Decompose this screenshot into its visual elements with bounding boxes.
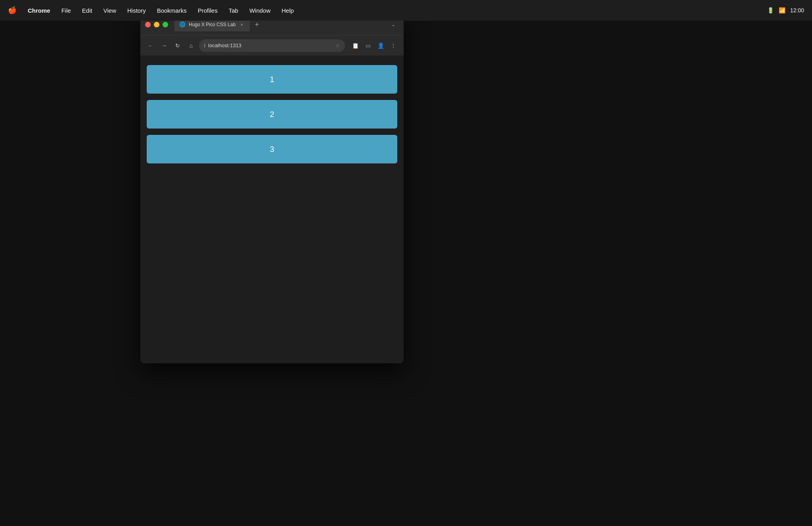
tab-close-button[interactable]: × bbox=[239, 21, 245, 28]
nav-actions: 📋 ▭ 👤 ⋮ bbox=[350, 40, 399, 51]
content-box-1[interactable]: 1 bbox=[147, 65, 397, 94]
content-box-2[interactable]: 2 bbox=[147, 100, 397, 129]
menu-history[interactable]: History bbox=[127, 7, 146, 14]
sidebar-button[interactable]: ▭ bbox=[362, 40, 373, 51]
content-box-3-label: 3 bbox=[270, 145, 274, 154]
browser-content: 1 2 3 bbox=[140, 56, 404, 363]
copy-button[interactable]: 📋 bbox=[350, 40, 361, 51]
navbar: ← → ↻ ⌂ ℹ localhost:1313 ☆ 📋 ▭ 👤 ⋮ bbox=[140, 35, 404, 56]
menubar-right: 🔋 📶 12:00 bbox=[767, 7, 804, 13]
wifi-icon: 📶 bbox=[779, 7, 785, 13]
tab-favicon-icon: 🌐 bbox=[179, 21, 186, 28]
battery-icon: 🔋 bbox=[767, 7, 774, 13]
forward-button[interactable]: → bbox=[159, 40, 170, 51]
menu-edit[interactable]: Edit bbox=[82, 7, 92, 14]
profile-button[interactable]: 👤 bbox=[375, 40, 386, 51]
security-icon: ℹ bbox=[204, 43, 206, 48]
apple-menu[interactable]: 🍎 bbox=[8, 6, 17, 15]
menu-profiles[interactable]: Profiles bbox=[198, 7, 218, 14]
menu-bar: 🍎 File Chrome File Edit View History Boo… bbox=[0, 0, 812, 21]
menu-file[interactable]: File bbox=[61, 7, 71, 14]
menu-view[interactable]: View bbox=[103, 7, 116, 14]
clock: 12:00 bbox=[790, 7, 804, 13]
new-tab-button[interactable]: + bbox=[251, 19, 262, 30]
home-button[interactable]: ⌂ bbox=[186, 40, 197, 51]
menu-tab[interactable]: Tab bbox=[229, 7, 238, 14]
content-box-3[interactable]: 3 bbox=[147, 135, 397, 163]
tab-title: Hugo X Pico CSS Lab bbox=[189, 22, 236, 27]
menu-bookmarks[interactable]: Bookmarks bbox=[157, 7, 187, 14]
menu-button[interactable]: ⋮ bbox=[388, 40, 399, 51]
menu-app-name[interactable]: Chrome bbox=[28, 7, 50, 14]
browser-window: 🌐 Hugo X Pico CSS Lab × + ⌄ ← → ↻ ⌂ ℹ lo… bbox=[140, 14, 404, 363]
bookmark-star-icon[interactable]: ☆ bbox=[335, 42, 340, 48]
address-text: localhost:1313 bbox=[208, 42, 333, 48]
minimize-button[interactable] bbox=[154, 22, 159, 27]
reload-button[interactable]: ↻ bbox=[172, 40, 183, 51]
desktop: 🌐 Hugo X Pico CSS Lab × + ⌄ ← → ↻ ⌂ ℹ lo… bbox=[0, 0, 812, 526]
tab-dropdown-button[interactable]: ⌄ bbox=[388, 19, 399, 30]
content-box-1-label: 1 bbox=[270, 75, 274, 84]
maximize-button[interactable] bbox=[163, 22, 168, 27]
traffic-lights bbox=[145, 22, 168, 27]
menu-help[interactable]: Help bbox=[282, 7, 294, 14]
close-button[interactable] bbox=[145, 22, 151, 27]
address-bar[interactable]: ℹ localhost:1313 ☆ bbox=[199, 39, 345, 52]
back-button[interactable]: ← bbox=[145, 40, 156, 51]
menu-window[interactable]: Window bbox=[249, 7, 270, 14]
content-box-2-label: 2 bbox=[270, 110, 274, 119]
